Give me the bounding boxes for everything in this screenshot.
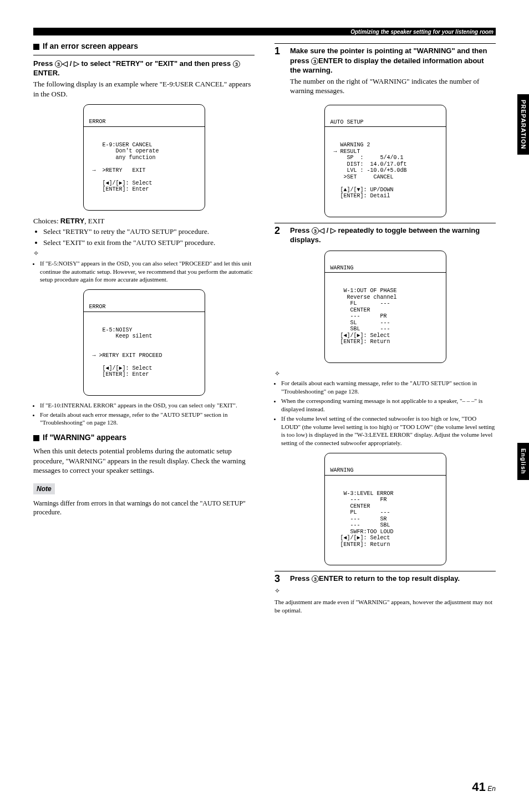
warning-body: When this unit detects potential problem… <box>33 446 255 476</box>
columns: If an error screen appears Press 3◁ / ▷ … <box>33 38 496 616</box>
choice-default: RETRY <box>60 217 85 225</box>
tip: When the corresponding warning message i… <box>281 397 496 413</box>
t: Press <box>290 226 312 234</box>
osd-warning-1: WARNING W-1:OUT OF PHASE Reverse channel… <box>324 251 446 363</box>
step-1: 1 Make sure the pointer is pointing at "… <box>274 43 496 99</box>
divider <box>33 55 255 55</box>
warning-heading: If "WARNING" appears <box>33 432 255 443</box>
button-3-icon: 3 <box>55 60 62 68</box>
enter-label: ENTER <box>33 69 58 77</box>
tab-language: English <box>517 443 529 480</box>
osd-lines: WARNING 2 → RESULT SP : 5/4/0.1 DIST: 14… <box>330 142 440 200</box>
arrows-icon: ◁ / ▷ <box>319 226 336 234</box>
tip: If "E-10:INTERNAL ERROR" appears in the … <box>40 401 255 410</box>
button-3-icon: 3 <box>312 227 319 234</box>
enter-label: ENTER <box>318 57 343 65</box>
warning-heading-text: If "WARNING" appears <box>43 433 126 442</box>
tab-preparation: PREPARATION <box>517 94 529 155</box>
osd-title: AUTO SETUP <box>325 118 446 127</box>
t: Press <box>33 59 55 68</box>
header-strip-label: Optimizing the speaker setting for your … <box>350 28 494 36</box>
error-heading-text: If an error screen appears <box>43 42 138 50</box>
osd-auto-setup: AUTO SETUP WARNING 2 → RESULT SP : 5/4/0… <box>324 105 446 217</box>
square-bullet-icon <box>33 435 39 441</box>
step-2-head: Press 3◁ / ▷ repeatedly to toggle betwee… <box>290 226 496 245</box>
choices-line: Choices: RETRY, EXIT <box>33 216 255 226</box>
choice-bullets: Select "RETRY" to retry the "AUTO SETUP"… <box>43 227 255 247</box>
tip: For details about each error message, re… <box>40 411 255 427</box>
instruction-1: Press 3◁ / ▷ to select "RETRY" or "EXIT"… <box>33 59 255 78</box>
tip-icon <box>274 586 496 596</box>
note-body: Warnings differ from errors in that warn… <box>33 499 255 517</box>
tip: If the volume level setting of the conne… <box>281 415 496 447</box>
enter-label: ENTER <box>319 574 343 583</box>
tip: If "E-5:NOISY" appears in the OSD, you c… <box>40 259 255 284</box>
t: . <box>58 69 60 77</box>
step-number: 3 <box>274 574 284 584</box>
step-3-head: Press 3ENTER to return to the top result… <box>290 574 496 584</box>
arrows-icon: ◁ / ▷ <box>62 59 79 68</box>
t: to return to the top result display. <box>343 574 460 583</box>
tip-icon <box>274 369 496 379</box>
t: to select "RETRY" or "EXIT" and then pre… <box>79 59 233 68</box>
square-bullet-icon <box>33 44 39 50</box>
button-3-icon: 3 <box>311 58 318 65</box>
t: Choices: <box>33 217 60 225</box>
button-3-icon: 3 <box>233 60 240 68</box>
step-number: 2 <box>274 226 284 245</box>
step-number: 1 <box>274 46 284 99</box>
osd-error-2: ERROR E-5:NOISY Keep silent → >RETRY EXI… <box>83 289 205 396</box>
osd-lines: W-1:OUT OF PHASE Reverse channel FL --- … <box>330 288 440 345</box>
left-column: If an error screen appears Press 3◁ / ▷ … <box>33 38 255 616</box>
osd-title: ERROR <box>84 303 205 312</box>
step-1-head: Make sure the pointer is pointing at "WA… <box>290 46 496 75</box>
osd-lines: E-9:USER CANCEL Don't operate any functi… <box>89 142 199 193</box>
t: , EXIT <box>84 217 104 225</box>
osd-title: WARNING <box>325 264 446 273</box>
tip-list-2: If "E-10:INTERNAL ERROR" appears in the … <box>40 401 255 427</box>
osd-error-1: ERROR E-9:USER CANCEL Don't operate any … <box>83 104 205 211</box>
osd-warning-2: WARNING W-3:LEVEL ERROR --- FR CENTER PL… <box>324 453 446 565</box>
step-2: 2 Press 3◁ / ▷ repeatedly to toggle betw… <box>274 223 496 245</box>
tip-list-right: For details about each warning message, … <box>281 379 496 447</box>
t: Press <box>290 574 312 583</box>
osd-lines: W-3:LEVEL ERROR --- FR CENTER PL --- ---… <box>330 491 440 548</box>
tip-icon <box>33 248 255 258</box>
right-column: 1 Make sure the pointer is pointing at "… <box>274 38 496 616</box>
side-tabs: PREPARATION English <box>517 94 529 644</box>
note-label: Note <box>33 483 55 494</box>
tip-list-1: If "E-5:NOISY" appears in the OSD, you c… <box>40 259 255 284</box>
osd-title: ERROR <box>84 118 205 127</box>
step-1-body: The number on the right of "WARNING" ind… <box>290 76 496 96</box>
bullet: Select "RETRY" to retry the "AUTO SETUP"… <box>43 227 255 237</box>
tip: For details about each warning message, … <box>281 379 496 396</box>
button-3-icon: 3 <box>312 575 319 583</box>
bullet: Select "EXIT" to exit from the "AUTO SET… <box>43 238 255 248</box>
osd-lines: E-5:NOISY Keep silent → >RETRY EXIT PROC… <box>89 327 199 378</box>
tip-final: The adjustment are made even if "WARNING… <box>274 598 496 615</box>
error-heading: If an error screen appears <box>33 41 255 52</box>
header-strip: Optimizing the speaker setting for your … <box>33 28 496 35</box>
body-1: The following display is an example wher… <box>33 79 255 99</box>
osd-title: WARNING <box>325 466 446 476</box>
step-3: 3 Press 3ENTER to return to the top resu… <box>274 571 496 584</box>
